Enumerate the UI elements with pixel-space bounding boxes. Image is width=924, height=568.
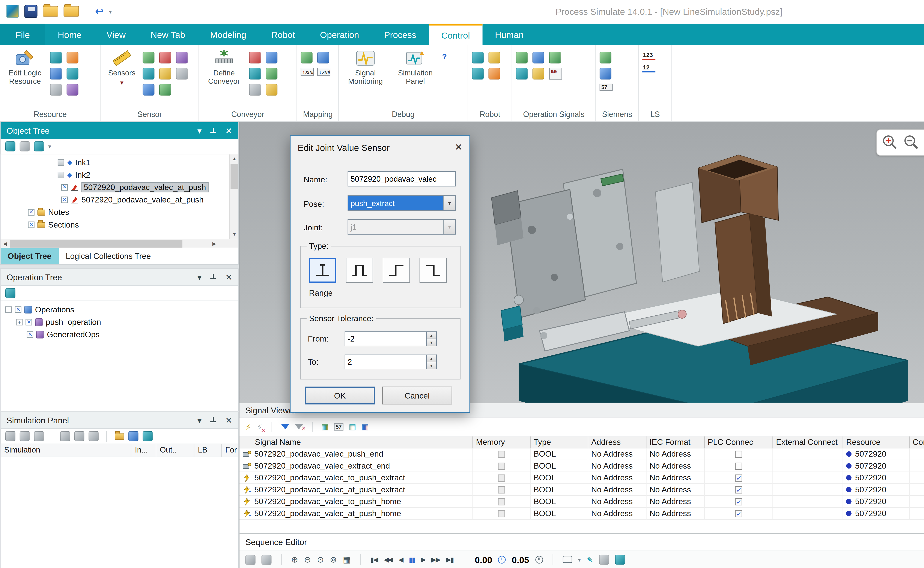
column-header[interactable]: External Connect	[773, 437, 843, 448]
from-spin-down-icon[interactable]	[426, 338, 436, 346]
step-back-button[interactable]	[399, 556, 403, 563]
column-header[interactable]: Com	[910, 437, 924, 448]
new-signal-icon[interactable]	[245, 422, 251, 431]
play-button[interactable]	[421, 556, 425, 563]
resource-small-icon-4[interactable]	[67, 68, 78, 80]
sensor-small-icon-3[interactable]	[176, 51, 188, 63]
sensor-small-icon-6[interactable]	[176, 68, 188, 80]
sequence-settings-icon[interactable]	[615, 554, 625, 564]
chart-icon[interactable]	[142, 431, 153, 441]
tree-item-sensor-1[interactable]: 5072920_podavac_valec_at_push	[1, 181, 238, 193]
mapping-small-icon-2[interactable]	[317, 51, 329, 63]
signal-monitoring-button[interactable]: Signal Monitoring	[342, 48, 389, 86]
ungroup-icon[interactable]	[74, 431, 84, 441]
display-checkbox[interactable]	[61, 184, 68, 190]
expand-icon[interactable]	[16, 319, 23, 325]
tree-item-push-operation[interactable]: push_operation	[1, 316, 238, 328]
pin-icon[interactable]	[210, 127, 216, 134]
tree-item-sensor-2[interactable]: 5072920_podavac_valec_at_push	[1, 194, 238, 206]
plc-connected-checkbox[interactable]	[735, 486, 742, 493]
open-folder-icon[interactable]	[43, 6, 58, 17]
close-icon[interactable]	[225, 272, 232, 282]
horizontal-scrollbar[interactable]	[1, 239, 238, 248]
plc-connected-checkbox[interactable]	[735, 498, 742, 505]
tab-human[interactable]: Human	[482, 24, 536, 45]
column-header[interactable]: PLC Connec	[705, 437, 773, 448]
tree-filter-icon[interactable]	[34, 141, 44, 151]
display-checkbox[interactable]	[28, 209, 34, 216]
display-checkbox[interactable]	[28, 222, 34, 228]
close-icon[interactable]	[225, 415, 232, 425]
plc-connected-checkbox[interactable]	[735, 510, 742, 517]
monitor-icon[interactable]	[563, 556, 572, 563]
unlink-icon[interactable]	[262, 554, 272, 564]
operation-signals-small-icon-3[interactable]	[549, 51, 561, 63]
jump-to-end-button[interactable]	[446, 556, 454, 563]
resource-small-icon-3[interactable]	[50, 68, 62, 80]
plcsim-icon[interactable]: 57	[600, 84, 613, 91]
pin-icon[interactable]	[210, 274, 216, 280]
to-spin-up-icon[interactable]	[426, 355, 436, 361]
vertical-scrollbar[interactable]	[229, 154, 238, 239]
monitor-dropdown-caret-icon[interactable]	[578, 556, 581, 563]
link-icon[interactable]	[245, 554, 256, 564]
type-step-up-button[interactable]	[383, 258, 410, 282]
debug-help-icon[interactable]	[442, 48, 447, 61]
sensor-small-icon-5[interactable]	[159, 68, 171, 80]
scroll-left-arrow[interactable]	[1, 239, 10, 248]
rewind-button[interactable]	[384, 556, 393, 563]
zoom-in-magnifier-icon[interactable]	[882, 134, 898, 151]
app-logo-icon[interactable]	[6, 5, 19, 18]
signal-row[interactable]: 5072920_podavac_valec_to_push_extract BO…	[239, 472, 924, 484]
tab-file[interactable]: File	[0, 24, 45, 45]
tree-view-icon[interactable]	[5, 141, 15, 151]
column-header[interactable]: Type	[531, 437, 588, 448]
tab-operation[interactable]: Operation	[307, 24, 372, 45]
gantt-grid-icon[interactable]	[343, 555, 351, 564]
tab-new-tab[interactable]: New Tab	[138, 24, 197, 45]
plcsim-connect-icon[interactable]: 57	[334, 423, 343, 430]
name-field[interactable]	[348, 171, 455, 186]
plc-connected-checkbox[interactable]	[735, 474, 742, 481]
ls-12-icon[interactable]: 12	[642, 64, 655, 73]
sensors-button[interactable]: Sensors	[104, 48, 139, 87]
save-panel-icon[interactable]	[129, 431, 139, 441]
scroll-up-arrow[interactable]	[230, 154, 238, 163]
sensor-small-icon-1[interactable]	[142, 51, 154, 63]
robot-small-icon-1[interactable]	[472, 51, 484, 63]
memory-checkbox[interactable]	[498, 510, 505, 517]
display-checkbox[interactable]	[26, 319, 32, 325]
sensor-small-icon-2[interactable]	[159, 51, 171, 63]
operation-signals-small-icon-1[interactable]	[516, 51, 528, 63]
signal-row[interactable]: 5072920_podavac_valec_at_push_home BOOL …	[239, 508, 924, 520]
display-checkbox[interactable]	[27, 331, 33, 338]
zoom-out-magnifier-icon[interactable]	[903, 134, 920, 151]
conveyor-small-icon-6[interactable]	[266, 84, 277, 95]
tree-edit-icon[interactable]	[20, 141, 30, 151]
dialog-close-icon[interactable]	[455, 142, 463, 153]
type-pulse-button[interactable]	[346, 258, 373, 282]
signal-row[interactable]: 5072920_podavac_valec_push_end BOOL No A…	[239, 449, 924, 460]
signal-row[interactable]: 5072920_podavac_valec_to_push_home BOOL …	[239, 496, 924, 508]
robot-small-icon-2[interactable]	[488, 51, 500, 63]
to-field[interactable]	[345, 355, 426, 369]
robot-small-icon-3[interactable]	[472, 68, 484, 80]
tab-modeling[interactable]: Modeling	[198, 24, 259, 45]
define-conveyor-button[interactable]: Define Conveyor	[203, 48, 245, 86]
display-checkbox[interactable]	[61, 196, 68, 203]
clear-filter-icon[interactable]	[295, 424, 303, 429]
type-range-button[interactable]	[309, 258, 336, 282]
scroll-down-arrow[interactable]	[230, 230, 238, 239]
qat-menu-caret-icon[interactable]	[109, 8, 112, 14]
column-header[interactable]: Address	[588, 437, 647, 448]
disconnect-signals-icon[interactable]	[361, 422, 369, 431]
siemens-small-icon-1[interactable]	[600, 51, 611, 63]
signal-table-icon[interactable]	[321, 422, 329, 431]
tree-item-generatedops[interactable]: GeneratedOps	[1, 328, 238, 341]
type-step-down-button[interactable]	[420, 258, 447, 282]
simulation-panel-button[interactable]: Simulation Panel	[392, 48, 439, 86]
resource-small-icon-5[interactable]	[50, 84, 62, 95]
tab-logical-collections-tree[interactable]: Logical Collections Tree	[59, 248, 158, 264]
zoom-fit-icon[interactable]	[317, 555, 324, 564]
tab-home[interactable]: Home	[45, 24, 94, 45]
